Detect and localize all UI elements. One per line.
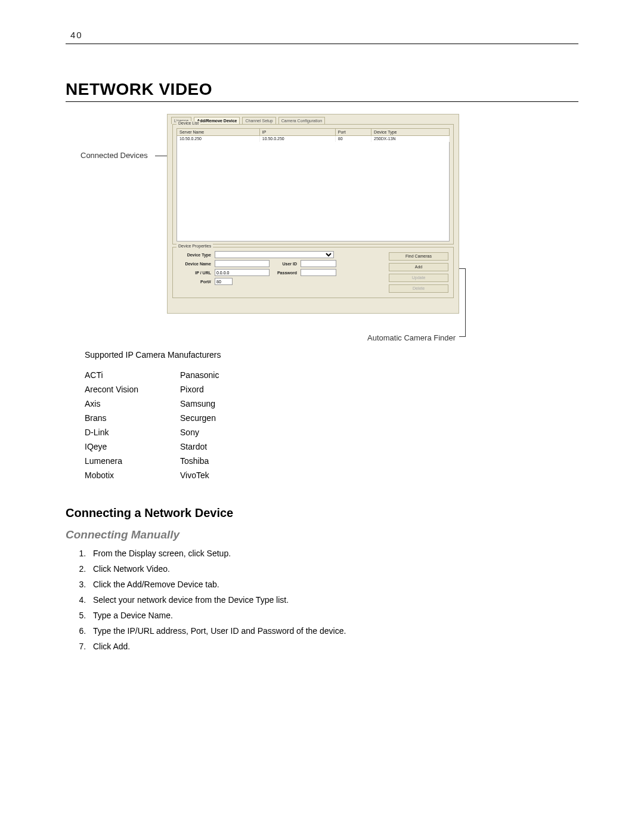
step-item: Type a Device Name. xyxy=(88,611,590,620)
group-label: Device Properties xyxy=(177,244,213,248)
subheading-connecting: Connecting a Network Device xyxy=(66,506,590,520)
callout-line xyxy=(459,336,465,337)
step-item: Select your network device from the Devi… xyxy=(88,595,590,605)
cell-port: 80 xyxy=(335,136,371,142)
subsubheading-manually: Connecting Manually xyxy=(66,528,590,541)
add-button[interactable]: Add xyxy=(389,263,448,271)
manufacturers-col-2: Panasonic Pixord Samsung Securgen Sony S… xyxy=(180,368,219,482)
list-item: Axis xyxy=(85,397,138,411)
list-item: Panasonic xyxy=(180,368,219,382)
tab-channel-setup[interactable]: Channel Setup xyxy=(242,117,275,124)
find-cameras-button[interactable]: Find Cameras xyxy=(389,252,448,261)
list-item: Lumenera xyxy=(85,454,138,468)
ip-url-label: IP / URL xyxy=(177,271,211,275)
title-underline xyxy=(66,101,578,102)
list-item: Samsung xyxy=(180,397,219,411)
password-label: Password xyxy=(273,271,297,275)
device-name-label: Device Name xyxy=(177,262,211,266)
list-item: VivoTek xyxy=(180,468,219,482)
device-type-select[interactable] xyxy=(215,251,334,258)
step-item: Click Add. xyxy=(88,642,590,651)
page-rule xyxy=(66,44,578,44)
device-type-label: Device Type xyxy=(177,253,211,257)
step-item: Click the Add/Remove Device tab. xyxy=(88,580,590,589)
tab-camera-configuration[interactable]: Camera Configuration xyxy=(278,117,325,124)
list-item: Sony xyxy=(180,425,219,439)
callout-auto-finder: Automatic Camera Finder xyxy=(367,333,456,342)
ip-url-input[interactable] xyxy=(215,269,270,276)
screenshot-figure: Connected Devices License Add/Remove Dev… xyxy=(66,114,578,340)
port-label: Port# xyxy=(177,280,211,284)
col-server-name[interactable]: Server Name xyxy=(177,129,260,136)
list-item: IQeye xyxy=(85,439,138,454)
callout-line xyxy=(459,268,465,269)
manufacturers-intro: Supported IP Camera Manufacturers xyxy=(85,350,590,360)
steps-list: From the Display screen, click Setup. Cl… xyxy=(88,549,590,651)
manufacturers-columns: ACTi Arecont Vision Axis Brans D-Link IQ… xyxy=(85,368,590,482)
app-window: License Add/Remove Device Channel Setup … xyxy=(167,114,459,314)
cell-type: 250DX-13N xyxy=(371,136,450,142)
tab-add-remove-device[interactable]: Add/Remove Device xyxy=(194,117,240,124)
col-port[interactable]: Port xyxy=(335,129,371,136)
cell-ip: 10.50.0.250 xyxy=(259,136,335,142)
delete-button[interactable]: Delete xyxy=(389,284,448,293)
list-item: Pixord xyxy=(180,382,219,397)
list-item: ACTi xyxy=(85,368,138,382)
cell-server: 10.50.0.250 xyxy=(177,136,260,142)
list-item: Arecont Vision xyxy=(85,382,138,397)
list-item: Mobotix xyxy=(85,468,138,482)
port-input[interactable] xyxy=(215,278,233,285)
user-id-input[interactable] xyxy=(301,260,336,267)
table-row[interactable]: 10.50.0.250 10.50.0.250 80 250DX-13N xyxy=(177,136,450,142)
group-label: Device List xyxy=(177,121,200,125)
list-item: D-Link xyxy=(85,425,138,439)
device-list-table[interactable]: Server Name IP Port Device Type 10.50.0.… xyxy=(177,128,450,241)
step-item: From the Display screen, click Setup. xyxy=(88,549,590,558)
col-ip[interactable]: IP xyxy=(259,129,335,136)
device-properties-group: Device Properties Device Type Device Nam… xyxy=(172,247,454,298)
section-title: NETWORK VIDEO xyxy=(66,80,590,99)
device-name-input[interactable] xyxy=(215,260,270,267)
callout-line xyxy=(465,268,466,337)
callout-connected-devices: Connected Devices xyxy=(80,151,148,160)
list-item: Toshiba xyxy=(180,454,219,468)
col-device-type[interactable]: Device Type xyxy=(371,129,450,136)
list-item: Brans xyxy=(85,411,138,425)
list-item: Securgen xyxy=(180,411,219,425)
update-button[interactable]: Update xyxy=(389,274,448,282)
page-number: 40 xyxy=(70,30,590,40)
password-input[interactable] xyxy=(301,269,336,276)
user-id-label: User ID xyxy=(273,262,297,266)
step-item: Type the IP/URL address, Port, User ID a… xyxy=(88,626,590,636)
tab-strip: License Add/Remove Device Channel Setup … xyxy=(168,114,459,124)
device-list-group: Device List Server Name IP Port Device T… xyxy=(172,124,454,244)
step-item: Click Network Video. xyxy=(88,564,590,574)
manufacturers-col-1: ACTi Arecont Vision Axis Brans D-Link IQ… xyxy=(85,368,138,482)
list-item: Stardot xyxy=(180,439,219,454)
